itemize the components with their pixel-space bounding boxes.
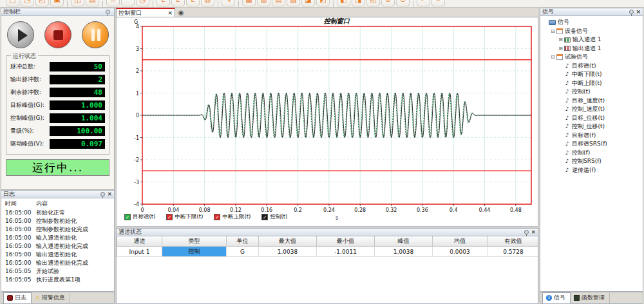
tree-item[interactable]: ♪目标谱(f) (542, 131, 643, 140)
close-tab-icon[interactable]: × (167, 10, 173, 16)
legend-checkbox[interactable]: ✓ (261, 214, 268, 220)
undo-icon[interactable]: ↶ (417, 0, 430, 6)
wave-record-icon[interactable]: ∿ (222, 0, 235, 6)
report-pie-icon[interactable]: ◔ (121, 0, 135, 6)
tree-item[interactable]: ⊞输出通道 1 (542, 44, 643, 53)
chart-line-1-icon[interactable]: ◪ (301, 0, 315, 6)
log-col-time: 时间 (5, 200, 36, 208)
channel-cell: G (227, 247, 259, 257)
zoom-in-icon[interactable]: ⊕ (381, 0, 395, 6)
new-doc-icon[interactable]: ▢ (6, 0, 19, 6)
window-tile-v-icon[interactable]: ◨ (352, 0, 365, 6)
channel-column-header: 类型 (162, 236, 227, 247)
window-new-icon[interactable]: ◱ (366, 0, 380, 6)
channel-cell: 0.0003 (433, 247, 488, 257)
toolbar-separator (218, 1, 218, 7)
tree-item[interactable]: ⊟试验信号 (542, 53, 643, 62)
channel-column-header: 单位 (227, 236, 259, 247)
pin-icon[interactable] (629, 10, 634, 14)
control-chart-area[interactable]: 00.040.080.120.160.20.240.280.320.360.40… (116, 17, 538, 227)
signal-window-3-icon[interactable]: L (186, 0, 200, 6)
legend-checkbox[interactable]: ✓ (214, 214, 220, 220)
log-icon (7, 295, 13, 301)
chart-grid-4-icon[interactable]: ▨ (287, 0, 300, 6)
channel-status-header: 通道状态 × (116, 228, 538, 236)
tree-item[interactable]: ♪逆传递(f) (542, 166, 643, 175)
channel-status-body: 通道类型单位最大值最小值峰值均值有效值 Input 1控制G1.0038-1.0… (116, 236, 538, 304)
tree-item[interactable]: ♪控制_速度(t) (542, 105, 643, 114)
play-button[interactable] (7, 21, 34, 48)
chart-line-2-icon[interactable]: ◩ (316, 0, 330, 6)
status-field-label: 脉冲总数: (10, 62, 35, 71)
tree-item[interactable]: ♪控制(t) (542, 88, 643, 97)
channel-row[interactable]: Input 1控制G1.0038-1.00111.00380.00030.572… (117, 247, 539, 257)
tree-item-label: 设备信号 (565, 27, 588, 35)
tree-item[interactable]: ♪控制_位移(t) (542, 122, 643, 131)
import-icon[interactable]: ◫ (71, 0, 84, 6)
tree-item[interactable]: ⊟设备信号 (542, 27, 643, 36)
tab-function-manager[interactable]: 函数管理 (571, 293, 610, 303)
close-icon[interactable]: × (107, 191, 112, 197)
channel-column-header: 均值 (433, 236, 488, 247)
expander-icon[interactable]: ⊟ (550, 54, 556, 60)
legend-label: 控制(t) (270, 213, 287, 221)
signal-icon: ♪ (564, 63, 570, 69)
chart-title: 控制窗口 (323, 17, 350, 24)
signal-window-2-icon[interactable]: L (171, 0, 185, 6)
tree-item[interactable]: ♪中断上限(t) (542, 79, 643, 88)
svg-text:0.08: 0.08 (199, 207, 211, 213)
tree-item[interactable]: ⊞输入通道 1 (542, 35, 643, 44)
pause-button[interactable] (82, 21, 109, 48)
signal-window-1-icon[interactable]: L (156, 0, 170, 6)
window-tile-h-icon[interactable]: ◧ (337, 0, 350, 6)
chart-grid-2-icon[interactable]: ▥ (257, 0, 270, 6)
control-chart-svg[interactable]: 00.040.080.120.160.20.240.280.320.360.40… (117, 17, 538, 225)
pin-icon[interactable] (106, 10, 110, 14)
tree-item[interactable]: 信号 (542, 18, 643, 27)
log-columns: 时间 内容 (5, 200, 114, 208)
stop-button[interactable] (44, 21, 71, 48)
status-field-value: 1.004 (50, 113, 105, 123)
tree-item[interactable]: ♪目标谱SRS(f) (542, 140, 643, 149)
tab-signal[interactable]: i 信号 (542, 292, 571, 303)
tree-item[interactable]: ♪控制SRS(f) (542, 157, 643, 166)
signal-panel-title: 信号 (542, 8, 629, 16)
expander-icon[interactable]: ⊞ (558, 37, 564, 43)
toolbar-separator (333, 1, 334, 7)
print-icon[interactable]: ▤ (86, 0, 99, 6)
zoom-out-icon[interactable]: ⊖ (396, 0, 410, 6)
tree-item-label: 目标谱(f) (572, 131, 596, 140)
status-field: 量级(%):100.00 (10, 126, 105, 136)
save-all-icon[interactable]: ▣ (50, 0, 64, 6)
tree-item[interactable]: ♪目标_速度(t) (542, 97, 643, 106)
close-icon[interactable]: × (431, 0, 445, 6)
status-field-value: 1.000 (50, 100, 105, 110)
chart-grid-3-icon[interactable]: ▤ (272, 0, 285, 6)
snapshot-icon[interactable]: ◉ (175, 8, 187, 17)
expander-icon[interactable]: ⊟ (550, 28, 556, 34)
tree-item[interactable]: ♪中断下限(t) (542, 70, 643, 79)
expander-icon[interactable]: ⊞ (558, 46, 564, 52)
schedule-clock-icon[interactable]: ◷ (136, 0, 149, 6)
favorites-icon[interactable]: ☆ (106, 0, 120, 6)
log-time: 16:05:00 (5, 251, 36, 259)
log-content: 执行进度表第1项 (36, 276, 80, 284)
tab-log[interactable]: 日志 (3, 292, 32, 303)
tab-alarm-info[interactable]: ⚠ 报警信息 (32, 293, 70, 303)
tree-item-label: 逆传递(f) (572, 166, 596, 175)
close-icon[interactable]: × (531, 229, 536, 235)
signal-window-at-icon[interactable]: @ (201, 0, 214, 6)
open-doc-icon[interactable]: ◳ (21, 0, 34, 6)
close-icon[interactable]: × (636, 9, 641, 15)
save-doc-icon[interactable]: ◰ (35, 0, 49, 6)
chart-grid-1-icon[interactable]: ▦ (242, 0, 256, 6)
tree-item[interactable]: ♪目标_位移(t) (542, 114, 643, 123)
tree-item[interactable]: ♪控制(f) (542, 149, 643, 158)
legend-checkbox[interactable]: ✓ (166, 214, 173, 220)
legend-checkbox[interactable]: ✓ (124, 214, 131, 220)
pin-icon[interactable] (100, 192, 105, 196)
tab-control-window[interactable]: 控制窗口 × (116, 8, 175, 17)
tree-item[interactable]: ♪目标谱(t) (542, 62, 643, 71)
signal-icon: ♪ (564, 150, 570, 156)
pin-icon[interactable] (524, 230, 529, 234)
